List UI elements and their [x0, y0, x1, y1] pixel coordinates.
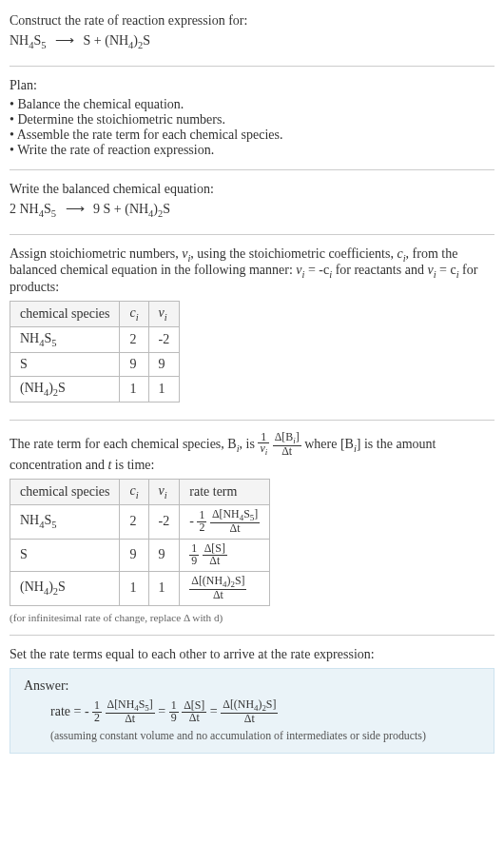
bal-s2: S: [163, 202, 170, 216]
sp-pre: NH: [20, 513, 39, 527]
table-header-row: chemical species ci νi: [10, 302, 180, 327]
sp-pre: S: [20, 547, 28, 561]
reactant-nh: NH: [10, 33, 29, 48]
f2d: Δt: [106, 714, 155, 725]
prompt-section: Construct the rate of reaction expressio…: [10, 8, 494, 60]
balanced-section: Write the balanced chemical equation: 2 …: [10, 176, 494, 228]
col-ci: ci: [120, 479, 148, 504]
species-cell: (NH4)2S: [10, 376, 120, 402]
nui-i: i: [165, 312, 167, 323]
rateterm-text: The rate term for each chemical species,…: [10, 432, 494, 473]
eq1: =: [158, 704, 168, 718]
eq-eqc: = -c: [304, 263, 329, 277]
rt-coef-den: 2: [197, 522, 206, 534]
bal-s1: S: [44, 202, 51, 216]
product-s: S: [143, 33, 150, 48]
assign-text: Assign stoichiometric numbers, νi, using…: [10, 246, 494, 296]
rtn-post: ]: [254, 507, 258, 520]
balanced-title: Write the balanced chemical equation:: [10, 182, 494, 197]
f2np: Δ[NH: [107, 697, 135, 711]
table-row: NH4S5 2 -2 - 12 Δ[NH4S5] Δt: [10, 504, 270, 539]
divider: [10, 234, 494, 235]
nui-cell: 9: [148, 352, 180, 376]
assign-t2: , using the stoichiometric coefficients,: [190, 246, 397, 261]
nui-i: i: [165, 490, 167, 501]
rateterm-cell: - 12 Δ[NH4S5] Δt: [180, 504, 270, 539]
plan-item: Assemble the rate term for each chemical…: [10, 128, 494, 143]
sp-s2: 5: [51, 520, 56, 530]
plan-item: Determine the stoichiometric numbers.: [10, 112, 494, 128]
answer-label: Answer:: [24, 678, 480, 694]
plan-section: Plan: Balance the chemical equation. Det…: [10, 72, 494, 164]
f3d: 9: [169, 713, 179, 724]
assign-t4: for reactants and: [332, 263, 427, 277]
ans-frac-nh4s5: Δ[NH4S5] Δt: [106, 699, 155, 725]
species-cell: (NH4)2S: [10, 571, 120, 605]
sp-post: S: [58, 579, 66, 594]
table-row: (NH4)2S 1 1 Δ[(NH4)2S] Δt: [10, 571, 270, 605]
col-rateterm: rate term: [180, 479, 270, 504]
product-prefix: S + (NH: [84, 33, 129, 48]
eq2: =: [210, 704, 221, 718]
rt-main-frac: Δ[NH4S5] Δt: [210, 509, 260, 535]
sp-pre: (NH: [20, 381, 44, 395]
rt-coef-frac: 19: [189, 543, 199, 567]
f2npo: ]: [149, 697, 153, 711]
rateterm-section: The rate term for each chemical species,…: [10, 426, 494, 629]
ci-cell: 1: [120, 571, 148, 605]
bal-coef2: 9 S + (NH: [93, 202, 148, 216]
nui-cell: 9: [148, 539, 180, 571]
rt-main-frac: Δ[S] Δt: [203, 543, 227, 567]
eq2-eqc: = c: [436, 263, 456, 277]
sp-post: S: [58, 381, 66, 395]
rt-coef-den: 9: [189, 556, 199, 567]
frac-dBi-dt: Δ[Bi] Δt: [273, 432, 301, 458]
rateterm-cell: Δ[(NH4)2S] Δt: [180, 571, 270, 605]
rate-lead: rate = -: [50, 704, 89, 718]
table-row: S 9 9 19 Δ[S] Δt: [10, 539, 270, 571]
col-ci: ci: [120, 302, 148, 327]
rtn-pre: Δ[(NH: [191, 574, 223, 587]
arrow-icon: ⟶: [66, 201, 85, 217]
rtn-post: ]: [222, 541, 225, 555]
species-cell: NH4S5: [10, 326, 120, 352]
bal-sub1b: 5: [51, 208, 56, 219]
table-header-row: chemical species ci νi rate term: [10, 479, 270, 504]
assign-t1: Assign stoichiometric numbers,: [10, 246, 182, 261]
table2-footnote: (for infinitesimal rate of change, repla…: [10, 612, 494, 623]
rtn-post: S]: [235, 574, 245, 587]
conclusion-section: Set the rate terms equal to each other t…: [10, 641, 494, 759]
table-row: (NH4)2S 1 1: [10, 376, 180, 402]
f1d: 2: [92, 713, 102, 724]
bal-coef1: 2 NH: [10, 202, 39, 216]
rt-t1: The rate term for each chemical species,…: [10, 436, 237, 450]
ans-frac-nh42s: Δ[(NH4)2S] Δt: [221, 699, 278, 725]
balanced-equation: 2 NH4S5 ⟶ 9 S + (NH4)2S: [10, 201, 494, 219]
divider: [10, 66, 494, 67]
ans-frac-1-9: 19: [169, 700, 179, 724]
rtn-pre: Δ[NH: [212, 507, 240, 520]
rtn-pre: Δ[S: [204, 541, 222, 555]
sp-s2: 5: [51, 338, 56, 348]
rt-t3: where [B: [304, 436, 354, 450]
f5npo: S]: [266, 697, 277, 711]
stoich-table-1: chemical species ci νi NH4S5 2 -2 S 9 9 …: [10, 301, 180, 402]
ci-cell: 2: [120, 504, 148, 539]
col-nui: νi: [148, 302, 180, 327]
rate-expression: rate = - 12 Δ[NH4S5] Δt = 19 Δ[S]Δt = Δ[…: [24, 699, 480, 725]
species-cell: S: [10, 539, 120, 571]
divider: [10, 420, 494, 421]
frac-1-nu: 1 νi: [258, 432, 269, 458]
table-row: S 9 9: [10, 352, 180, 376]
assign-section: Assign stoichiometric numbers, νi, using…: [10, 241, 494, 414]
ci-cell: 9: [120, 352, 148, 376]
answer-assumption: (assuming constant volume and no accumul…: [24, 729, 480, 743]
rt-t2: , is: [240, 436, 259, 450]
rateterm-cell: 19 Δ[S] Δt: [180, 539, 270, 571]
plan-item: Balance the chemical equation.: [10, 97, 494, 112]
prompt-text: Construct the rate of reaction expressio…: [10, 13, 494, 29]
f5d: Δt: [221, 714, 278, 725]
plan-list: Balance the chemical equation. Determine…: [10, 97, 494, 158]
frac2-num-close: ]: [296, 430, 300, 443]
rt-den: Δt: [189, 590, 246, 601]
